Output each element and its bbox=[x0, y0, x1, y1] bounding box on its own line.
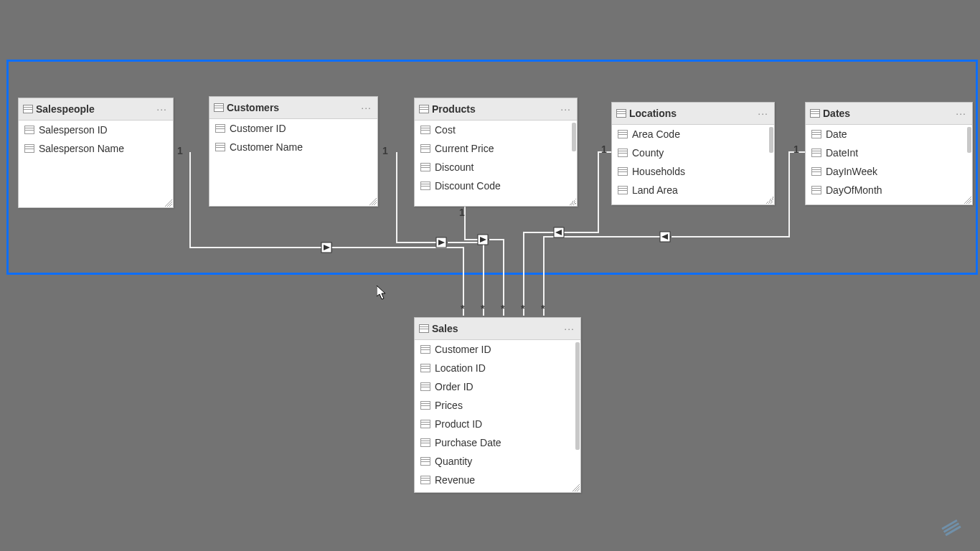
field-row[interactable]: Customer ID bbox=[415, 340, 580, 359]
cardinality-one-dates: 1 bbox=[793, 143, 799, 155]
column-icon bbox=[420, 438, 430, 447]
resize-handle[interactable] bbox=[569, 198, 576, 205]
cardinality-one-products: 1 bbox=[459, 207, 465, 218]
field-name: DayOfMonth bbox=[826, 184, 882, 196]
table-menu-button[interactable]: ··· bbox=[559, 103, 573, 115]
field-list: Salesperson ID Salesperson Name bbox=[19, 121, 173, 158]
field-name: Customer ID bbox=[435, 344, 491, 355]
table-header-locations[interactable]: Locations ··· bbox=[612, 103, 774, 125]
column-icon bbox=[24, 126, 34, 134]
field-row[interactable]: Customer ID bbox=[209, 119, 377, 138]
column-icon bbox=[420, 457, 430, 466]
field-row[interactable]: Area Code bbox=[612, 125, 774, 143]
svg-marker-4 bbox=[555, 228, 564, 237]
scrollbar-thumb[interactable] bbox=[572, 123, 576, 151]
field-row[interactable]: Discount Code bbox=[415, 176, 577, 195]
resize-handle[interactable] bbox=[573, 484, 580, 491]
watermark-logo bbox=[938, 517, 967, 538]
table-sales[interactable]: Sales ··· Customer ID Location ID Order … bbox=[414, 317, 581, 493]
field-row[interactable]: Households bbox=[612, 162, 774, 181]
field-row[interactable]: DayInWeek bbox=[806, 162, 972, 181]
field-row[interactable]: Revenue bbox=[415, 471, 580, 489]
svg-marker-1 bbox=[322, 243, 331, 252]
cardinality-one-locations: 1 bbox=[601, 143, 607, 155]
cardinality-one-customers: 1 bbox=[382, 145, 388, 156]
field-name: Households bbox=[632, 166, 685, 177]
table-locations[interactable]: Locations ··· Area Code County Household… bbox=[611, 102, 775, 205]
field-row[interactable]: Order ID bbox=[415, 377, 580, 396]
table-menu-button[interactable]: ··· bbox=[954, 108, 968, 119]
column-icon bbox=[420, 476, 430, 484]
field-row[interactable]: DateInt bbox=[806, 143, 972, 162]
field-list: Cost Current Price Discount Discount Cod… bbox=[415, 121, 577, 205]
cardinality-many-4: * bbox=[521, 303, 524, 314]
column-icon bbox=[24, 144, 34, 153]
scrollbar-thumb[interactable] bbox=[967, 127, 971, 153]
table-menu-button[interactable]: ··· bbox=[155, 103, 169, 115]
field-name: Salesperson Name bbox=[39, 143, 124, 154]
field-row[interactable]: Product ID bbox=[415, 415, 580, 433]
field-row[interactable]: DayOfMonth bbox=[806, 181, 972, 199]
field-row[interactable]: Date bbox=[806, 125, 972, 143]
field-row[interactable]: Location ID bbox=[415, 359, 580, 377]
svg-marker-15 bbox=[661, 234, 668, 240]
column-icon bbox=[420, 401, 430, 410]
field-row[interactable]: Discount bbox=[415, 158, 577, 176]
field-row[interactable]: Salesperson Name bbox=[19, 139, 173, 158]
scrollbar-thumb[interactable] bbox=[575, 342, 580, 450]
scrollbar-thumb[interactable] bbox=[769, 127, 773, 153]
field-name: Current Price bbox=[435, 143, 494, 154]
field-row[interactable]: County bbox=[612, 143, 774, 162]
field-row[interactable]: Quantity bbox=[415, 452, 580, 471]
column-icon bbox=[811, 130, 821, 138]
resize-handle[interactable] bbox=[964, 197, 971, 204]
field-list: Customer ID Customer Name bbox=[209, 119, 377, 156]
field-row[interactable]: Customer Name bbox=[209, 138, 377, 156]
field-name: Customer Name bbox=[230, 141, 303, 153]
resize-handle[interactable] bbox=[369, 198, 377, 205]
table-icon bbox=[214, 103, 224, 112]
table-header-customers[interactable]: Customers ··· bbox=[209, 97, 377, 119]
field-row[interactable]: Cost bbox=[415, 121, 577, 139]
table-salespeople[interactable]: Salespeople ··· Salesperson ID Salespers… bbox=[18, 98, 174, 208]
table-icon bbox=[419, 105, 429, 113]
column-icon bbox=[420, 126, 430, 134]
svg-marker-9 bbox=[438, 240, 445, 245]
table-header-dates[interactable]: Dates ··· bbox=[806, 103, 972, 125]
table-dates[interactable]: Dates ··· Date DateInt DayInWeek DayOfMo… bbox=[805, 102, 973, 205]
table-products[interactable]: Products ··· Cost Current Price Discount… bbox=[414, 98, 578, 207]
svg-marker-13 bbox=[555, 230, 562, 235]
field-row[interactable]: Purchase Date bbox=[415, 433, 580, 452]
svg-rect-12 bbox=[554, 227, 564, 237]
field-name: Product ID bbox=[435, 418, 482, 430]
svg-marker-0 bbox=[322, 243, 331, 252]
field-name: Prices bbox=[435, 400, 463, 411]
field-row[interactable]: Salesperson ID bbox=[19, 121, 173, 139]
table-title: Salespeople bbox=[33, 103, 155, 115]
table-icon bbox=[23, 105, 33, 113]
field-row[interactable]: Prices bbox=[415, 396, 580, 415]
field-row[interactable]: Current Price bbox=[415, 139, 577, 158]
cardinality-many-1: * bbox=[461, 303, 464, 314]
resize-handle[interactable] bbox=[766, 197, 773, 204]
table-customers[interactable]: Customers ··· Customer ID Customer Name bbox=[209, 96, 378, 207]
table-header-salespeople[interactable]: Salespeople ··· bbox=[19, 98, 173, 121]
table-header-products[interactable]: Products ··· bbox=[415, 98, 577, 121]
field-name: Location ID bbox=[435, 362, 486, 374]
svg-marker-7 bbox=[324, 245, 330, 250]
table-menu-button[interactable]: ··· bbox=[562, 323, 576, 334]
svg-rect-8 bbox=[436, 237, 446, 248]
table-header-sales[interactable]: Sales ··· bbox=[415, 318, 580, 340]
table-menu-button[interactable]: ··· bbox=[756, 108, 770, 119]
field-name: Purchase Date bbox=[435, 437, 501, 448]
resize-handle[interactable] bbox=[165, 199, 172, 207]
field-name: Land Area bbox=[632, 184, 678, 196]
field-row[interactable]: Land Area bbox=[612, 181, 774, 199]
table-title: Dates bbox=[820, 108, 954, 119]
column-icon bbox=[215, 124, 225, 133]
field-name: DayInWeek bbox=[826, 166, 877, 177]
table-title: Products bbox=[429, 103, 559, 115]
svg-marker-2 bbox=[438, 238, 448, 247]
table-menu-button[interactable]: ··· bbox=[359, 102, 373, 113]
field-name: Area Code bbox=[632, 128, 680, 140]
